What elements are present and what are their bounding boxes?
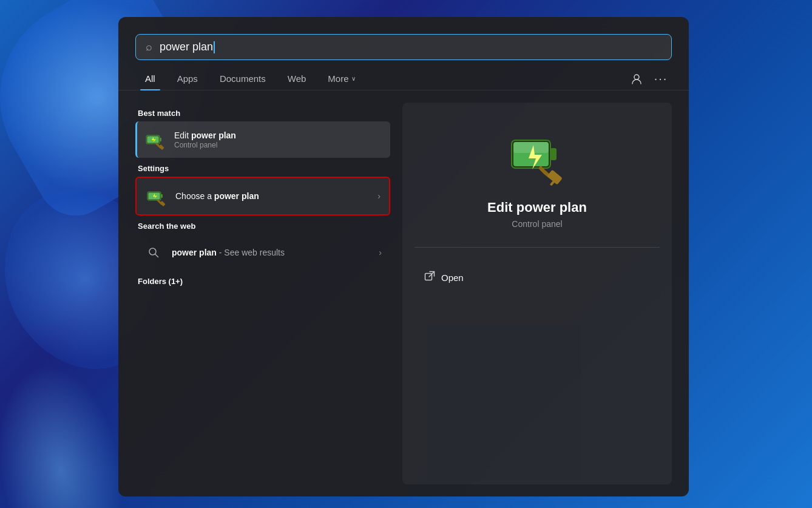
- more-options-button[interactable]: ···: [650, 68, 672, 90]
- svg-rect-4: [158, 144, 164, 150]
- person-icon: [631, 73, 643, 85]
- battery-large-icon: [507, 127, 567, 188]
- svg-rect-6: [161, 194, 163, 198]
- open-label: Open: [441, 273, 464, 283]
- more-chevron-icon: ∨: [351, 75, 356, 82]
- tabs-row: All Apps Documents Web More ∨ ···: [118, 60, 689, 90]
- svg-rect-11: [550, 148, 557, 160]
- search-window: ⌕ power plan All Apps Documents Web More…: [118, 17, 689, 496]
- svg-rect-13: [513, 142, 549, 153]
- ellipsis-icon: ···: [654, 72, 668, 86]
- battery-plug-icon-small-2: [146, 186, 166, 206]
- search-input[interactable]: power plan: [160, 41, 661, 53]
- choose-power-plan-icon: [145, 185, 167, 207]
- open-external-icon: [424, 271, 435, 284]
- search-web-label: Search the web: [135, 215, 390, 234]
- tab-more[interactable]: More ∨: [318, 67, 365, 90]
- web-search-item[interactable]: power plan - See web results ›: [135, 234, 390, 271]
- svg-rect-8: [160, 201, 165, 206]
- person-icon-button[interactable]: [626, 68, 648, 90]
- right-panel-title: Edit power plan: [487, 200, 587, 215]
- right-panel-subtitle: Control panel: [512, 219, 562, 229]
- edit-power-plan-text: Edit power plan Control panel: [174, 130, 382, 149]
- settings-label: Settings: [135, 158, 390, 177]
- svg-rect-2: [160, 138, 161, 141]
- best-match-label: Best match: [135, 103, 390, 121]
- svg-point-0: [634, 75, 639, 80]
- tab-all[interactable]: All: [135, 67, 165, 90]
- web-search-text: power plan - See web results: [172, 248, 370, 257]
- svg-rect-14: [547, 170, 563, 185]
- choose-power-plan-item[interactable]: Choose a power plan ›: [135, 177, 390, 215]
- left-panel: Best match: [135, 103, 390, 484]
- choose-power-plan-chevron-icon: ›: [377, 191, 381, 201]
- content-area: Best match: [118, 90, 689, 496]
- edit-power-plan-title: Edit power plan: [174, 130, 382, 140]
- right-panel-divider: [414, 247, 660, 248]
- choose-power-plan-title: Choose a power plan: [175, 191, 369, 201]
- search-bar-container: ⌕ power plan: [118, 17, 689, 60]
- search-icon: ⌕: [146, 41, 152, 53]
- right-panel: Edit power plan Control panel Open: [402, 103, 672, 484]
- edit-power-plan-subtitle: Control panel: [174, 141, 382, 149]
- edit-power-plan-item[interactable]: Edit power plan Control panel: [135, 121, 390, 158]
- web-search-chevron-icon: ›: [379, 248, 382, 257]
- folders-label: Folders (1+): [135, 271, 390, 290]
- search-bar[interactable]: ⌕ power plan: [135, 34, 672, 60]
- battery-plug-icon-large: [507, 127, 567, 188]
- magnifier-icon: [147, 246, 160, 259]
- tab-web[interactable]: Web: [278, 67, 316, 90]
- tab-apps[interactable]: Apps: [167, 67, 208, 90]
- edit-power-plan-icon: [144, 129, 166, 151]
- open-button[interactable]: Open: [414, 266, 660, 289]
- web-search-icon: [144, 243, 163, 262]
- svg-point-9: [149, 248, 156, 255]
- choose-power-plan-text: Choose a power plan: [175, 191, 369, 201]
- battery-plug-icon-small: [144, 129, 165, 150]
- text-cursor: [214, 41, 215, 53]
- tab-documents[interactable]: Documents: [210, 67, 276, 90]
